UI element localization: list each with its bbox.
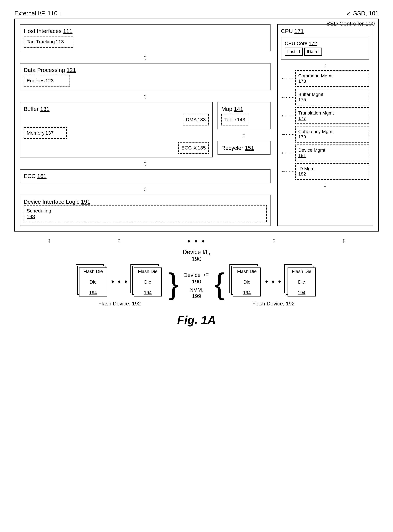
device-if-block: Device I/F, 190 <box>183 249 210 262</box>
flash-device-left: Flash Die Die 194 • • • Flash Die Die <box>76 264 163 307</box>
cpu-cache-row: IInstr. I IData I <box>285 48 365 56</box>
coherency-mgmt-row: ←- - - Coherency Mgmt 179 <box>281 126 369 143</box>
flash-die-card-3a: Flash Die Die 194 <box>233 267 261 296</box>
buffer-mgmt-row: ←- - - Buffer Mgmt 175 <box>281 89 369 105</box>
eccx-row: ECC-X 135 <box>24 142 209 154</box>
ecc-box: ECC 161 <box>20 169 270 183</box>
buffer-mgmt-box: Buffer Mgmt 175 <box>295 89 369 105</box>
buffer-map-row: Buffer 131 DMA 133 Memory 137 <box>20 102 270 157</box>
data-processing-box: Data Processing 121 Engines 123 <box>20 63 270 90</box>
flash-die-stack-2: Flash Die Die 194 <box>130 264 164 299</box>
dma-box: DMA 133 <box>183 114 209 125</box>
device-if-center: Device I/F, 190 <box>183 272 210 285</box>
arrow-host-to-dp: ↕ <box>20 53 270 61</box>
table-box: Table 143 <box>221 114 248 125</box>
command-mgmt-box: Command Mgmt 173 <box>295 70 369 87</box>
instr-cache-box: IInstr. I <box>285 48 303 56</box>
arrow-device-mgmt-icon: ←- - - <box>281 150 294 156</box>
memory-box: Memory 137 <box>24 127 67 139</box>
scheduling-title: Scheduling <box>27 208 264 214</box>
arrow-command-icon: ←- - - <box>281 76 294 81</box>
host-interfaces-box: Host Interfaces 111 Tag Tracking 113 <box>20 24 270 51</box>
flash-device-right-label: Flash Device, 192 <box>252 301 295 307</box>
cpu-core-title: CPU Core 172 <box>285 41 365 46</box>
dil-title: Device Interface Logic 191 <box>24 199 267 205</box>
id-mgmt-row: ←- - - ID Mgmt 182 <box>281 163 369 180</box>
flash-device-left-label: Flash Device, 192 <box>98 301 141 307</box>
main-content-row: Host Interfaces 111 Tag Tracking 113 ↕ D… <box>20 24 373 226</box>
arrow-buffer-mgmt-icon: ←- - - <box>281 94 294 100</box>
id-mgmt-box: ID Mgmt 182 <box>295 163 369 180</box>
scheduling-section: Scheduling 193 <box>24 205 267 222</box>
command-mgmt-row: ←- - - Command Mgmt 173 <box>281 70 369 87</box>
device-if-labels: Device I/F, 190 <box>15 249 378 262</box>
flash-die-stack-4: Flash Die Die 194 <box>284 264 317 299</box>
flash-device-right: Flash Die Die 194 • • • Flash Die Die <box>229 264 317 307</box>
data-cache-box: IData I <box>304 48 322 56</box>
flash-die-card-2a: Flash Die Die 194 <box>134 267 162 296</box>
ecc-title: ECC 161 <box>24 173 267 179</box>
scheduling-num: 193 <box>27 214 264 219</box>
device-mgmt-box: Device Mgmt 181 <box>295 145 369 161</box>
recycler-title: Recycler 151 <box>221 145 267 151</box>
map-title: Map 141 <box>221 106 267 112</box>
arrow-cpu-core-down: ↕ <box>281 62 369 69</box>
ssd-outer-box: SSD Controller 100 Host Interfaces 111 T… <box>15 19 378 231</box>
nvm-label: NVM, 199 <box>190 286 204 299</box>
dots-top: • • • <box>187 236 206 246</box>
right-brace: { <box>215 269 225 299</box>
buffer-box: Buffer 131 DMA 133 Memory 137 <box>20 102 212 157</box>
recycler-box: Recycler 151 <box>217 141 270 155</box>
ssd-label: SSD, 101 <box>353 10 378 17</box>
translation-mgmt-box: Translation Mgmt 177 <box>295 107 369 124</box>
arrow-down-icon: ↓ <box>59 10 62 17</box>
flash-die-card-1a: Flash Die Die 194 <box>79 267 107 296</box>
left-brace: } <box>168 269 178 299</box>
arrow-flash-2: ↕ <box>118 236 121 246</box>
cpu-col: CPU 171 CPU Core 172 IInstr. I IData <box>277 24 373 226</box>
arrow-id-mgmt-icon: ←- - - <box>281 169 294 174</box>
dots-right: • • • <box>265 277 282 286</box>
device-if-label: Device I/F, <box>183 249 210 256</box>
map-recycler-col: Map 141 Table 143 ↕ Recycler 151 <box>217 102 270 157</box>
arrow-flash-3: ↕ <box>272 236 275 246</box>
arrow-ecc-to-dil: ↕ <box>20 185 270 193</box>
buffer-title: Buffer 131 <box>24 106 209 112</box>
arrow-flash-1: ↕ <box>48 236 51 246</box>
figure-label: Fig. 1A <box>15 313 378 327</box>
device-mgmt-row: ←- - - Device Mgmt 181 <box>281 145 369 161</box>
eccx-box: ECC-X 135 <box>178 142 209 154</box>
ssd-to-flash-arrows: ↕ ↕ • • • ↕ ↕ <box>15 236 378 246</box>
flash-left-chips: Flash Die Die 194 • • • Flash Die Die <box>76 264 163 299</box>
tag-tracking-box: Tag Tracking 113 <box>24 36 73 48</box>
external-if-label: External I/F, 110 ↓ <box>15 10 62 17</box>
dil-left: Device Interface Logic 191 <box>24 199 267 205</box>
flash-right-chips: Flash Die Die 194 • • • Flash Die Die <box>229 264 317 299</box>
data-processing-title: Data Processing 121 <box>24 67 267 73</box>
flash-die-stack-3: Flash Die Die 194 <box>229 264 263 299</box>
arrow-flash-4: ↕ <box>342 236 345 246</box>
engines-box: Engines 123 <box>24 75 70 86</box>
flash-die-stack-1: Flash Die Die 194 <box>76 264 109 299</box>
mgmt-list: ←- - - Command Mgmt 173 ←- - - Buffer Mg… <box>281 70 369 189</box>
scheduling-box: Scheduling 193 <box>24 205 267 222</box>
left-center-col: Host Interfaces 111 Tag Tracking 113 ↕ D… <box>20 24 270 226</box>
device-if-num: 190 <box>192 256 201 262</box>
arrow-map-to-recycler: ↕ <box>217 131 270 139</box>
curved-arrow-icon: ↙ <box>346 10 351 17</box>
arrow-coherency-icon: ←- - - <box>281 131 294 137</box>
flash-die-label: Die <box>89 279 97 285</box>
arrow-dp-to-buffer: ↕ <box>20 92 270 100</box>
dma-row: DMA 133 <box>24 114 209 125</box>
arrow-buffer-to-ecc: ↕ <box>20 159 270 167</box>
translation-mgmt-row: ←- - - Translation Mgmt 177 <box>281 107 369 124</box>
map-box: Map 141 Table 143 <box>217 102 270 129</box>
flash-die-card-4a: Flash Die Die 194 <box>288 267 316 296</box>
device-interface-box: Device Interface Logic 191 Scheduling 19… <box>20 195 270 226</box>
coherency-mgmt-box: Coherency Mgmt 179 <box>295 126 369 143</box>
flash-devices-main-row: Flash Die Die 194 • • • Flash Die Die <box>15 264 378 307</box>
host-interfaces-title: Host Interfaces 111 <box>24 28 267 34</box>
top-labels: External I/F, 110 ↓ ↙ SSD, 101 <box>15 10 378 17</box>
cpu-core-box: CPU Core 172 IInstr. I IData I <box>281 37 369 60</box>
arrow-id-down: ↓ <box>281 182 369 189</box>
